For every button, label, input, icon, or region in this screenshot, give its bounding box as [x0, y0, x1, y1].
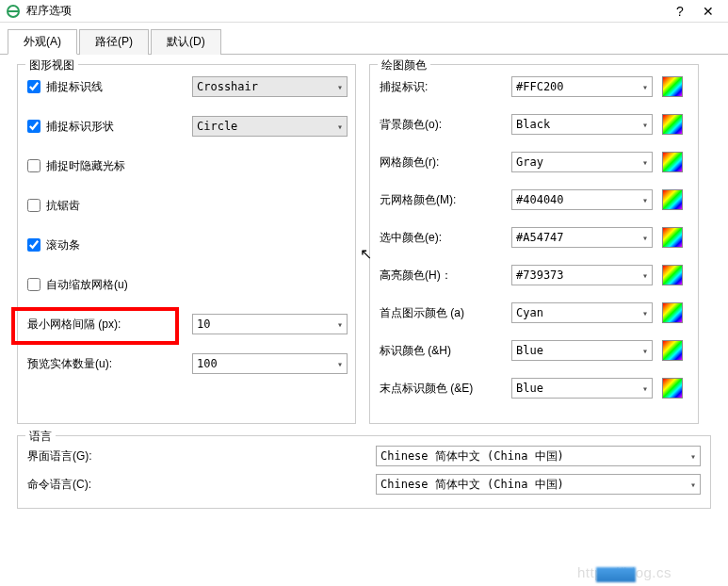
tabstrip: 外观(A) 路径(P) 默认(D) [0, 23, 728, 55]
decorative-band [596, 567, 636, 582]
tab-defaults[interactable]: 默认(D) [151, 29, 221, 55]
group-legend: 图形视图 [25, 57, 78, 73]
chk-label: 捕捉标识形状 [46, 119, 114, 135]
cmd-lang-select[interactable]: Chinese 简体中文 (China 中国) ▾ [376, 474, 701, 495]
cmd-lang-label: 命令语言(C): [27, 477, 376, 493]
tab-label: 默认(D) [167, 35, 205, 48]
preview-count-select[interactable]: 100 ▾ [192, 353, 348, 374]
min-grid-select[interactable]: 10 ▾ [192, 314, 348, 334]
svg-rect-1 [8, 10, 19, 12]
tab-paths[interactable]: 路径(P) [79, 29, 149, 55]
select-value: Crosshair [197, 80, 258, 93]
select-value: Blue [516, 382, 543, 395]
content: 图形视图 捕捉标识线 Crosshair ▾ 捕捉标识形状 Circle ▾ [0, 55, 728, 430]
color-label: 首点图示颜色 (a) [380, 305, 511, 321]
chevron-down-icon: ▾ [642, 233, 648, 243]
color-row: 网格颜色(r):Gray▾ [380, 150, 690, 174]
graphics-view-group: 图形视图 捕捉标识线 Crosshair ▾ 捕捉标识形状 Circle ▾ [17, 64, 356, 424]
chk-capture-id-lines[interactable]: 捕捉标识线 [27, 79, 192, 95]
color-select[interactable]: Gray▾ [511, 152, 653, 172]
chevron-down-icon: ▾ [690, 480, 696, 490]
color-swatch-button[interactable] [662, 76, 683, 97]
color-swatch-button[interactable] [662, 114, 683, 135]
app-icon [6, 4, 21, 19]
color-row: 末点标识颜色 (&E)Blue▾ [380, 376, 690, 400]
select-value: Gray [516, 155, 543, 169]
color-select[interactable]: #404040▾ [511, 189, 653, 210]
color-swatch-button[interactable] [662, 302, 683, 323]
chk-input[interactable] [27, 278, 40, 291]
help-button[interactable]: ? [666, 4, 694, 19]
chk-label: 捕捉标识线 [46, 79, 103, 95]
crosshair-select[interactable]: Crosshair ▾ [192, 76, 348, 97]
chk-input[interactable] [27, 120, 40, 133]
color-label: 背景颜色(o): [380, 117, 511, 133]
shape-select[interactable]: Circle ▾ [192, 116, 348, 137]
chevron-down-icon: ▾ [642, 383, 648, 394]
select-value: Black [516, 118, 550, 131]
tab-label: 路径(P) [95, 35, 133, 48]
select-value: 100 [197, 357, 218, 370]
window-title: 程序选项 [26, 3, 666, 19]
tab-label: 外观(A) [24, 35, 61, 48]
color-swatch-button[interactable] [662, 378, 683, 399]
select-value: #404040 [516, 193, 564, 206]
group-legend: 语言 [25, 429, 56, 445]
chk-input[interactable] [27, 80, 40, 93]
group-legend: 绘图颜色 [378, 57, 430, 73]
chk-scrollbar[interactable]: 滚动条 [27, 237, 192, 253]
chevron-down-icon: ▾ [690, 451, 696, 462]
color-select[interactable]: Black▾ [511, 114, 653, 135]
color-row: 首点图示颜色 (a)Cyan▾ [380, 301, 690, 325]
color-select[interactable]: #FFC200▾ [511, 76, 653, 97]
select-value: #739373 [516, 269, 564, 282]
close-button[interactable]: ✕ [694, 4, 722, 19]
chk-label: 捕捉时隐藏光标 [46, 158, 125, 174]
chk-input[interactable] [27, 238, 40, 252]
select-value: #FFC200 [516, 80, 564, 93]
chevron-down-icon: ▾ [642, 270, 648, 281]
chk-input[interactable] [27, 199, 40, 212]
color-swatch-button[interactable] [662, 227, 683, 248]
chk-label: 自动缩放网格(u) [46, 277, 128, 293]
min-grid-label: 最小网格间隔 (px): [27, 317, 192, 333]
color-label: 末点标识颜色 (&E) [380, 381, 511, 397]
chk-input[interactable] [27, 159, 40, 172]
color-row: 背景颜色(o):Black▾ [380, 112, 690, 137]
color-select[interactable]: Cyan▾ [511, 302, 653, 323]
draw-colors-group: 绘图颜色 捕捉标识:#FFC200▾背景颜色(o):Black▾网格颜色(r):… [369, 64, 699, 424]
color-label: 元网格颜色(M): [380, 192, 511, 208]
color-select[interactable]: Blue▾ [511, 378, 653, 399]
ui-lang-select[interactable]: Chinese 简体中文 (China 中国) ▾ [376, 446, 701, 466]
tab-appearance[interactable]: 外观(A) [8, 29, 77, 55]
color-label: 高亮颜色(H)： [380, 268, 511, 284]
language-group: 语言 界面语言(G): Chinese 简体中文 (China 中国) ▾ 命令… [17, 435, 711, 509]
color-select[interactable]: #739373▾ [511, 265, 653, 285]
chk-label: 滚动条 [46, 237, 80, 253]
chk-antialias[interactable]: 抗锯齿 [27, 198, 192, 214]
color-select[interactable]: Blue▾ [511, 340, 653, 361]
color-swatch-button[interactable] [662, 340, 683, 361]
select-value: Blue [516, 344, 543, 357]
color-swatch-button[interactable] [662, 265, 683, 285]
color-select[interactable]: #A54747▾ [511, 227, 653, 248]
color-swatch-button[interactable] [662, 152, 683, 172]
chk-label: 抗锯齿 [46, 198, 80, 214]
titlebar: 程序选项 ? ✕ [0, 0, 728, 23]
color-swatch-button[interactable] [662, 189, 683, 210]
chevron-down-icon: ▾ [642, 82, 648, 92]
select-value: Circle [197, 120, 237, 133]
select-value: Cyan [516, 306, 543, 319]
chevron-down-icon: ▾ [642, 157, 648, 168]
select-value: Chinese 简体中文 (China 中国) [380, 448, 564, 464]
color-row: 元网格颜色(M):#404040▾ [380, 187, 690, 212]
chk-hide-cursor[interactable]: 捕捉时隐藏光标 [27, 158, 192, 174]
select-value: 10 [197, 317, 210, 331]
chk-auto-zoom-grid[interactable]: 自动缩放网格(u) [27, 277, 192, 293]
chevron-down-icon: ▾ [642, 120, 648, 130]
chk-capture-id-shape[interactable]: 捕捉标识形状 [27, 119, 192, 135]
chevron-down-icon: ▾ [337, 82, 343, 92]
chevron-down-icon: ▾ [642, 195, 648, 205]
ui-lang-label: 界面语言(G): [27, 448, 376, 464]
color-row: 捕捉标识:#FFC200▾ [380, 74, 690, 99]
